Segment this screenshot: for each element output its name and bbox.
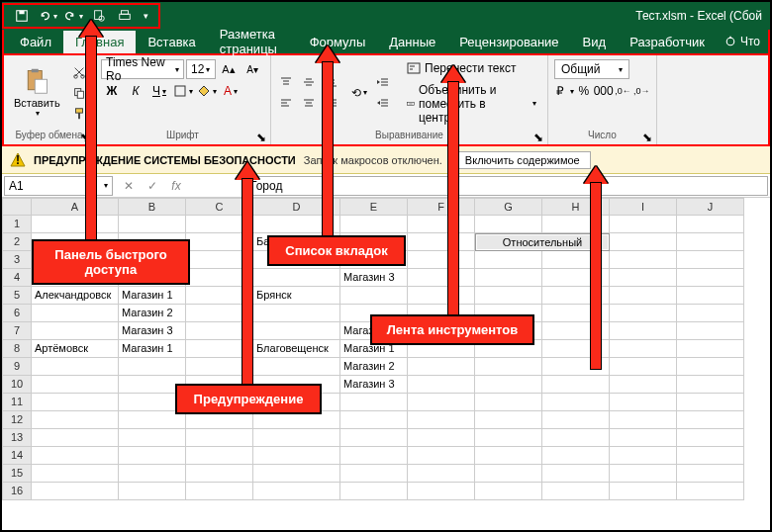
cell[interactable] xyxy=(677,376,744,394)
cell[interactable] xyxy=(677,287,744,305)
number-expand-icon[interactable]: ⬊ xyxy=(642,131,654,142)
cell[interactable] xyxy=(475,429,542,447)
orientation-icon[interactable]: ⟲▾ xyxy=(348,83,370,103)
cell[interactable] xyxy=(340,411,408,429)
row-header[interactable]: 11 xyxy=(2,394,32,411)
cell[interactable] xyxy=(340,483,408,500)
number-format-combo[interactable]: Общий▾ xyxy=(554,59,629,79)
tell-me[interactable]: Что xyxy=(717,31,768,52)
col-header[interactable]: B xyxy=(119,198,186,216)
wrap-text-button[interactable]: Перенести текст xyxy=(400,58,543,78)
cell[interactable] xyxy=(610,447,677,465)
cell[interactable] xyxy=(32,411,119,429)
cell[interactable] xyxy=(408,411,475,429)
cell[interactable] xyxy=(408,429,475,447)
cell[interactable] xyxy=(119,358,186,376)
border-icon[interactable]: ▾ xyxy=(172,81,194,101)
cell[interactable] xyxy=(408,447,475,465)
cell[interactable] xyxy=(542,394,610,411)
cell[interactable] xyxy=(253,269,340,287)
increase-font-icon[interactable]: A▴ xyxy=(218,59,240,79)
cell[interactable] xyxy=(32,376,119,394)
cell[interactable] xyxy=(475,216,542,233)
font-expand-icon[interactable]: ⬊ xyxy=(256,131,268,142)
cell[interactable] xyxy=(408,394,475,411)
cell[interactable] xyxy=(677,447,744,465)
cell[interactable] xyxy=(542,483,610,500)
cell[interactable] xyxy=(610,251,677,269)
cell[interactable] xyxy=(542,376,610,394)
cell[interactable] xyxy=(32,305,119,322)
cell[interactable] xyxy=(253,305,340,322)
cell[interactable] xyxy=(186,429,253,447)
cell[interactable]: Магазин 2 xyxy=(340,358,408,376)
cell[interactable] xyxy=(475,358,542,376)
cell[interactable] xyxy=(408,216,475,233)
cell[interactable]: Магазин 3 xyxy=(340,376,408,394)
row-header[interactable]: 3 xyxy=(2,251,32,269)
row-header[interactable]: 6 xyxy=(2,305,32,322)
cell[interactable] xyxy=(542,429,610,447)
cell[interactable] xyxy=(186,483,253,500)
cell[interactable] xyxy=(253,358,340,376)
cell[interactable] xyxy=(677,305,744,322)
row-header[interactable]: 1 xyxy=(2,216,32,233)
decrease-indent-icon[interactable] xyxy=(372,72,394,92)
cell[interactable]: Магазин 3 xyxy=(119,322,186,340)
col-header[interactable]: A xyxy=(32,198,119,216)
cell[interactable] xyxy=(677,358,744,376)
cell[interactable] xyxy=(610,322,677,340)
col-header[interactable]: J xyxy=(677,198,744,216)
cell[interactable] xyxy=(340,287,408,305)
cell[interactable] xyxy=(119,447,186,465)
cell[interactable] xyxy=(408,251,475,269)
undo-icon[interactable]: ▾ xyxy=(36,5,59,27)
tab-view[interactable]: Вид xyxy=(571,31,619,53)
cell[interactable] xyxy=(610,411,677,429)
align-middle-icon[interactable] xyxy=(298,72,320,92)
fx-icon[interactable]: fx xyxy=(166,177,186,195)
cell[interactable] xyxy=(32,483,119,500)
cell[interactable] xyxy=(32,447,119,465)
cell[interactable] xyxy=(610,358,677,376)
align-left-icon[interactable] xyxy=(275,93,297,113)
cell[interactable] xyxy=(475,394,542,411)
cell[interactable] xyxy=(677,483,744,500)
italic-icon[interactable]: К xyxy=(125,81,146,101)
cell[interactable] xyxy=(610,429,677,447)
cell[interactable] xyxy=(340,216,408,233)
customize-qat-icon[interactable]: ▾ xyxy=(139,5,152,27)
cell[interactable] xyxy=(610,376,677,394)
row-header[interactable]: 4 xyxy=(2,269,32,287)
cell[interactable] xyxy=(610,287,677,305)
save-icon[interactable] xyxy=(10,5,34,27)
select-all-corner[interactable] xyxy=(2,198,32,216)
cell[interactable]: Благовещенск xyxy=(253,340,340,358)
col-header[interactable]: F xyxy=(408,198,475,216)
decrease-font-icon[interactable]: A▾ xyxy=(241,59,263,79)
cell[interactable] xyxy=(610,394,677,411)
cell[interactable] xyxy=(32,358,119,376)
cell[interactable] xyxy=(408,376,475,394)
row-header[interactable]: 9 xyxy=(2,358,32,376)
cell[interactable] xyxy=(32,394,119,411)
cell[interactable] xyxy=(408,287,475,305)
row-header[interactable]: 14 xyxy=(2,447,32,465)
bold-icon[interactable]: Ж xyxy=(101,81,123,101)
cell[interactable] xyxy=(119,465,186,483)
cell[interactable] xyxy=(186,465,253,483)
cell[interactable] xyxy=(475,287,542,305)
alignment-expand-icon[interactable]: ⬊ xyxy=(533,131,545,142)
percent-icon[interactable]: % xyxy=(575,81,593,101)
cell[interactable]: Магазин 2 xyxy=(119,305,186,322)
cell[interactable] xyxy=(340,429,408,447)
fill-color-icon[interactable]: ▾ xyxy=(196,81,218,101)
tab-developer[interactable]: Разработчик xyxy=(618,31,717,53)
cell[interactable] xyxy=(253,447,340,465)
cell[interactable] xyxy=(542,447,610,465)
cell[interactable] xyxy=(32,216,119,233)
cell[interactable] xyxy=(475,465,542,483)
enter-formula-icon[interactable]: ✓ xyxy=(143,177,162,195)
cell[interactable] xyxy=(677,233,744,251)
cell[interactable] xyxy=(408,233,475,251)
